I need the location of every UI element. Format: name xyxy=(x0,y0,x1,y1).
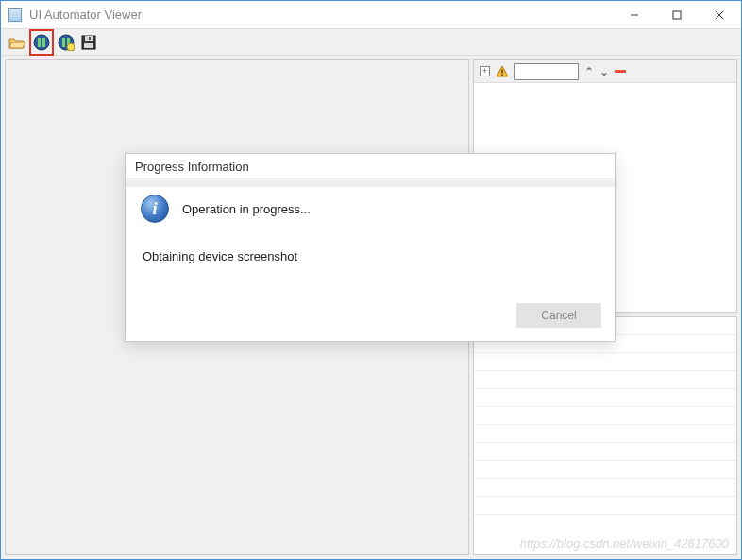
table-row xyxy=(474,389,736,407)
svg-rect-5 xyxy=(38,38,41,47)
close-icon xyxy=(715,10,724,20)
svg-rect-13 xyxy=(84,43,93,48)
cancel-button[interactable]: Cancel xyxy=(516,303,601,328)
status-text: Obtaining device screenshot xyxy=(143,249,599,263)
svg-point-10 xyxy=(67,43,75,51)
table-row xyxy=(474,443,736,461)
save-icon xyxy=(81,35,96,50)
table-row xyxy=(474,407,736,425)
device-screenshot-compressed-button[interactable] xyxy=(56,32,76,53)
watermark: https://blog.csdn.net/weixin_42617600 xyxy=(520,536,729,551)
titlebar: UI Automator Viewer xyxy=(1,1,741,29)
progress-row: i Operation in progress... xyxy=(141,195,599,223)
progress-dialog: Progress Information i Operation in prog… xyxy=(125,153,616,342)
search-next-button[interactable]: ⌄ xyxy=(599,65,609,78)
dialog-buttons: Cancel xyxy=(126,294,615,341)
open-icon xyxy=(8,35,25,50)
table-row xyxy=(474,479,736,497)
search-prev-button[interactable]: ⌃ xyxy=(584,65,594,78)
table-row xyxy=(474,497,736,515)
window-controls xyxy=(613,1,741,28)
close-button[interactable] xyxy=(698,1,741,28)
highlighted-tool xyxy=(29,29,54,56)
dialog-title: Progress Information xyxy=(126,154,615,178)
hierarchy-toolbar: + ⌃ ⌄ xyxy=(474,60,736,83)
svg-rect-6 xyxy=(42,38,45,47)
maximize-icon xyxy=(672,10,682,20)
minimize-icon xyxy=(630,10,639,20)
svg-rect-14 xyxy=(89,37,91,40)
open-button[interactable] xyxy=(7,32,27,53)
table-row xyxy=(474,371,736,389)
toolbar xyxy=(1,29,741,56)
window-title: UI Automator Viewer xyxy=(29,8,613,22)
device-screenshot-compressed-icon xyxy=(58,34,75,51)
dialog-separator xyxy=(126,178,615,187)
table-row xyxy=(474,353,736,371)
svg-rect-1 xyxy=(673,11,681,19)
svg-rect-15 xyxy=(501,69,503,73)
table-row xyxy=(474,425,736,443)
search-input[interactable] xyxy=(514,63,579,80)
info-icon: i xyxy=(141,195,169,223)
device-screenshot-icon xyxy=(33,34,50,51)
warning-icon xyxy=(496,65,509,78)
svg-rect-16 xyxy=(501,74,503,76)
dialog-body: i Operation in progress... Obtaining dev… xyxy=(126,187,615,294)
remove-icon[interactable] xyxy=(615,70,626,73)
svg-rect-8 xyxy=(62,38,65,47)
maximize-button[interactable] xyxy=(655,1,698,28)
expand-all-button[interactable]: + xyxy=(480,66,490,76)
svg-point-4 xyxy=(34,35,49,50)
properties-panel: https://blog.csdn.net/weixin_42617600 xyxy=(473,316,737,555)
save-button[interactable] xyxy=(78,32,99,53)
app-icon xyxy=(8,8,22,22)
operation-text: Operation in progress... xyxy=(182,202,311,216)
table-row xyxy=(474,461,736,479)
device-screenshot-button[interactable] xyxy=(31,32,52,53)
minimize-button[interactable] xyxy=(613,1,655,28)
